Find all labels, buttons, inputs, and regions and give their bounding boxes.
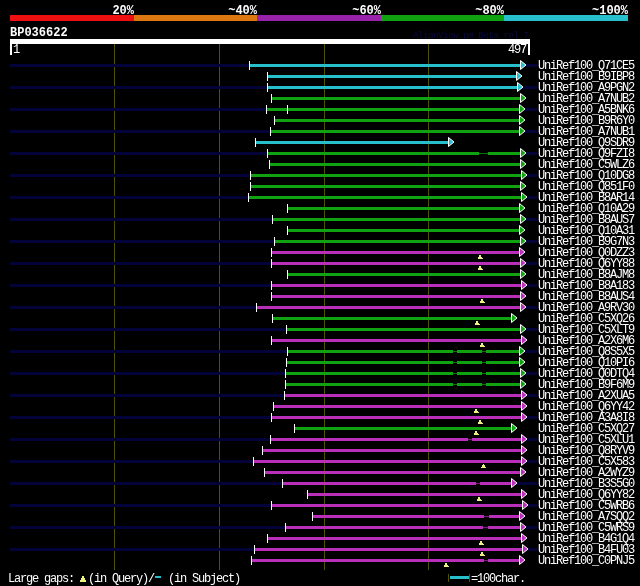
svg-text:1: 1	[13, 43, 20, 57]
svg-text:=100char.: =100char.	[471, 572, 525, 586]
svg-text:(in Query)/: (in Query)/	[88, 572, 155, 586]
svg-text:497: 497	[508, 43, 527, 57]
svg-text:~60%: ~60%	[352, 4, 382, 18]
svg-text:~80%: ~80%	[475, 4, 505, 18]
svg-text:20%: 20%	[112, 4, 134, 18]
svg-text:~40%: ~40%	[228, 4, 258, 18]
svg-text:BP036622: BP036622	[10, 26, 68, 40]
svg-text:UniRef100_C0PNJ5: UniRef100_C0PNJ5	[538, 554, 635, 568]
svg-text:(in Subject): (in Subject)	[168, 572, 240, 586]
svg-text:~100%: ~100%	[592, 4, 629, 18]
svg-text:Large gaps:: Large gaps:	[8, 572, 74, 586]
